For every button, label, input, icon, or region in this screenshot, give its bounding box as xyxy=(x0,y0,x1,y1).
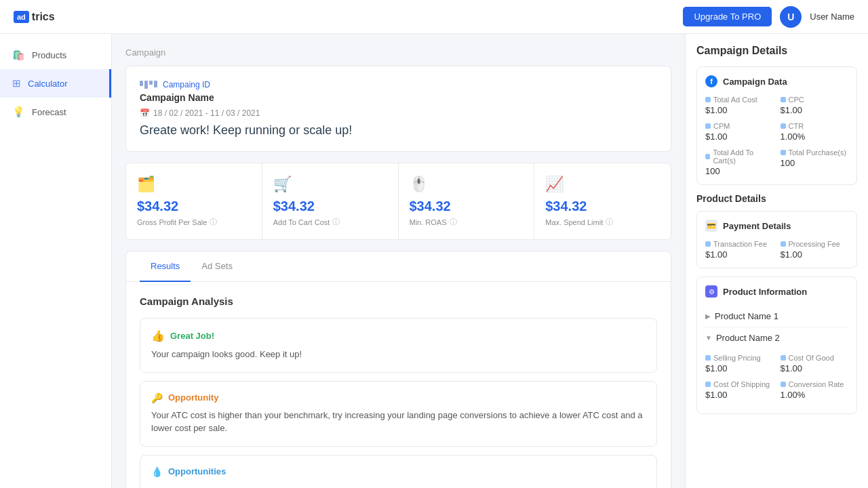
analysis-badge-opportunities: Opportunities xyxy=(168,466,226,476)
analysis-header-great: 👍 Great Job! xyxy=(151,329,646,342)
value-atc: 100 xyxy=(705,166,774,176)
facebook-icon: f xyxy=(705,75,717,87)
product-sub-grid: Selling Pricing $1.00 Cost Of Good $1.00 xyxy=(705,354,848,400)
user-avatar: U xyxy=(780,6,802,28)
metric-label-row-2: Min. ROAS ⓘ xyxy=(410,217,524,227)
payment-metrics: Transaction Fee $1.00 Processing Fee $1.… xyxy=(705,240,848,260)
campaign-date-range: 18 / 02 / 2021 - 11 / 03 / 2021 xyxy=(153,108,260,118)
label-processing-fee: Processing Fee xyxy=(789,240,840,248)
forecast-icon: 💡 xyxy=(12,106,25,118)
metric-label-row-0: Gross Profit Per Sale ⓘ xyxy=(137,217,251,227)
logo-text: trics xyxy=(32,11,55,23)
dot-ctr xyxy=(781,123,786,129)
product-name-item-0[interactable]: ▶ Product Name 1 xyxy=(705,306,848,327)
analysis-title: Campaign Analysis xyxy=(140,296,657,307)
sidebar-item-forecast-label: Forecast xyxy=(32,107,66,117)
panel-metric-ctr: CTR 1.00% xyxy=(781,122,849,142)
metric-help-1[interactable]: ⓘ xyxy=(332,217,340,227)
calendar-icon: 📅 xyxy=(140,108,150,118)
sidebar: 🛍️ Products ⊞ Calculator 💡 Forecast xyxy=(0,34,112,488)
panel-metric-cost-of-shipping: Cost Of Shipping $1.00 xyxy=(705,380,774,400)
metric-card-0: 🗂️ $34.32 Gross Profit Per Sale ⓘ xyxy=(126,163,262,239)
metric-value-3: $34.32 xyxy=(545,199,660,214)
analysis-item-opportunities: 💧 Opportunities xyxy=(140,455,657,489)
chevron-right-icon-0: ▶ xyxy=(705,312,711,320)
tab-adsets[interactable]: Ad Sets xyxy=(191,251,243,282)
metric-icon-1: 🛒 xyxy=(273,176,387,193)
metric-label-row-3: Max. Spend Limit ⓘ xyxy=(545,217,660,227)
analysis-card: Results Ad Sets Campaign Analysis 👍 Grea… xyxy=(125,251,671,488)
product-info-title: Product Information xyxy=(723,287,807,297)
label-cost-of-good: Cost Of Good xyxy=(789,354,834,362)
product-name-item-1[interactable]: ▼ Product Name 2 xyxy=(705,327,848,348)
key-icon: 🔑 xyxy=(151,392,163,403)
metric-help-2[interactable]: ⓘ xyxy=(450,217,457,227)
campaign-id-text: Campaing ID xyxy=(163,80,210,89)
dot-cost-of-shipping xyxy=(705,382,711,387)
label-ctr: CTR xyxy=(789,122,804,130)
panel-metric-processing-fee: Processing Fee $1.00 xyxy=(781,240,849,260)
value-cost-of-shipping: $1.00 xyxy=(705,390,774,400)
label-selling-pricing: Selling Pricing xyxy=(713,354,761,362)
tab-results[interactable]: Results xyxy=(140,251,191,282)
metric-label-1: Add To Cart Cost xyxy=(273,218,330,226)
analysis-item-great: 👍 Great Job! Your campaign looks good. K… xyxy=(140,318,657,373)
campaign-data-metrics: Total Ad Cost $1.00 CPC $1.00 CPM xyxy=(705,96,848,176)
metric-icon-0: 🗂️ xyxy=(137,176,251,193)
header-right: Upgrade To PRO U User Name xyxy=(683,6,854,28)
value-selling-pricing: $1.00 xyxy=(705,363,774,373)
payment-icon: 💳 xyxy=(705,220,717,232)
sidebar-item-calculator[interactable]: ⊞ Calculator xyxy=(0,69,111,98)
panel-metric-cost-of-good: Cost Of Good $1.00 xyxy=(781,354,849,373)
value-transaction-fee: $1.00 xyxy=(705,249,774,260)
main-content: Campaign Campaing ID Campaign Name 📅 18 … xyxy=(112,34,685,488)
tabs: Results Ad Sets xyxy=(126,251,671,282)
label-total-ad-cost: Total Ad Cost xyxy=(713,96,757,104)
products-icon: 🛍️ xyxy=(12,49,25,61)
chevron-down-icon-1: ▼ xyxy=(705,334,712,342)
value-cpm: $1.00 xyxy=(705,131,774,142)
user-name-label: User Name xyxy=(810,12,854,22)
panel-metric-cpm: CPM $1.00 xyxy=(705,122,774,142)
tab-content: Campaign Analysis 👍 Great Job! Your camp… xyxy=(126,282,671,488)
campaign-id-row: Campaing ID xyxy=(140,80,657,89)
calculator-icon: ⊞ xyxy=(12,77,21,89)
campaign-headline: Greate work! Keep running or scale up! xyxy=(140,123,657,138)
value-processing-fee: $1.00 xyxy=(781,249,849,260)
value-conversion-rate: 1.00% xyxy=(781,390,849,400)
label-cpc: CPC xyxy=(789,96,804,104)
dot-conversion-rate xyxy=(781,382,786,387)
sidebar-item-products[interactable]: 🛍️ Products xyxy=(0,41,111,69)
campaign-data-title: Campaign Data xyxy=(723,77,787,87)
sidebar-item-products-label: Products xyxy=(32,50,66,60)
value-purchases: 100 xyxy=(781,158,849,168)
metric-card-2: 🖱️ $34.32 Min. ROAS ⓘ xyxy=(399,163,535,239)
sidebar-item-calculator-label: Calculator xyxy=(28,79,68,89)
campaign-name: Campaign Name xyxy=(140,92,657,103)
product-name-label-0: Product Name 1 xyxy=(715,311,778,321)
metric-value-1: $34.32 xyxy=(273,199,387,214)
analysis-item-opportunity: 🔑 Opportunity Your ATC cost is higher th… xyxy=(140,381,657,447)
metric-help-0[interactable]: ⓘ xyxy=(210,217,217,227)
section-label: Campaign xyxy=(125,47,671,58)
metric-label-row-1: Add To Cart Cost ⓘ xyxy=(273,217,387,227)
dot-cpc xyxy=(781,97,786,102)
product-sub-metrics: Selling Pricing $1.00 Cost Of Good $1.00 xyxy=(705,348,848,405)
sidebar-item-forecast[interactable]: 💡 Forecast xyxy=(0,98,111,126)
analysis-header-opportunity: 🔑 Opportunity xyxy=(151,392,646,403)
dot-atc xyxy=(705,154,710,159)
metric-help-3[interactable]: ⓘ xyxy=(606,217,613,227)
label-atc: Total Add To Cart(s) xyxy=(713,148,773,165)
label-cost-of-shipping: Cost Of Shipping xyxy=(713,380,770,388)
product-name-label-1: Product Name 2 xyxy=(716,333,780,343)
product-information-section: ⚙ Product Information ▶ Product Name 1 ▼… xyxy=(696,277,857,414)
dot-cpm xyxy=(705,123,711,129)
logo-box-text: ad xyxy=(17,13,26,21)
upgrade-button[interactable]: Upgrade To PRO xyxy=(683,7,772,26)
analysis-badge-great: Great Job! xyxy=(170,331,214,341)
layout: 🛍️ Products ⊞ Calculator 💡 Forecast Camp… xyxy=(0,34,868,488)
payment-details-title: Payment Details xyxy=(723,221,791,231)
metric-value-2: $34.32 xyxy=(410,199,524,214)
dot-purchases xyxy=(781,150,786,155)
thumbs-up-icon: 👍 xyxy=(151,329,165,342)
